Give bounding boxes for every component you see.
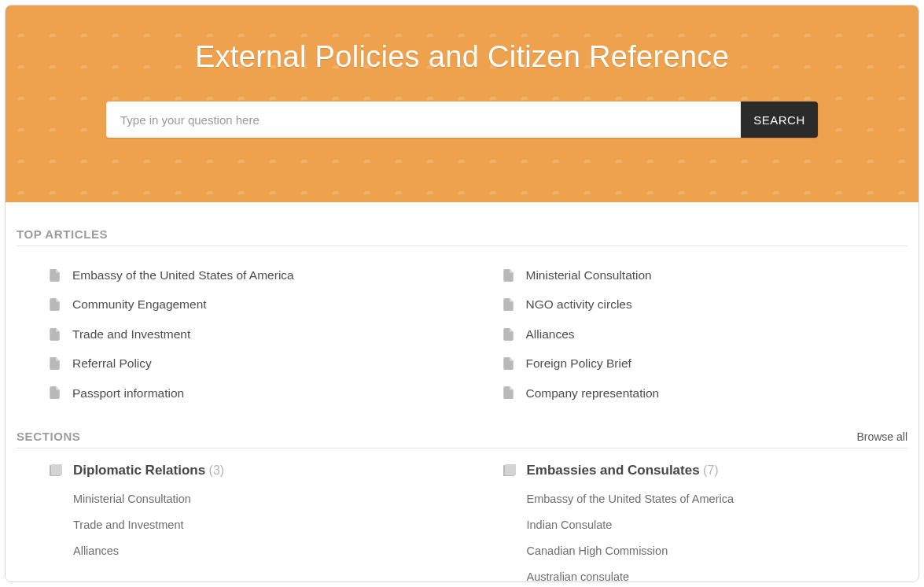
article-link[interactable]: Trade and Investment — [17, 319, 455, 349]
book-icon — [50, 464, 62, 477]
file-icon — [503, 298, 514, 311]
article-link[interactable]: Alliances — [470, 319, 908, 349]
top-articles-header: TOP ARTICLES — [17, 227, 907, 246]
sections-header: SECTIONS Browse all — [17, 430, 907, 449]
article-link[interactable]: NGO activity circles — [470, 290, 908, 319]
article-title: Alliances — [526, 323, 575, 345]
article-title: Passport information — [72, 382, 184, 404]
file-icon — [503, 328, 514, 341]
search-button[interactable]: SEARCH — [741, 102, 818, 138]
file-icon — [50, 328, 60, 341]
main-content: TOP ARTICLES Embassy of the United State… — [6, 202, 918, 582]
svg-rect-3 — [505, 464, 516, 475]
section-name: Embassies and Consulates — [527, 463, 700, 478]
section-card-header[interactable]: Diplomatic Relations (3) — [50, 463, 455, 478]
article-title: Referral Policy — [72, 352, 152, 375]
section-name: Diplomatic Relations — [73, 463, 205, 478]
article-title: Company representation — [526, 382, 660, 404]
sections-heading: SECTIONS — [17, 430, 80, 443]
top-articles-list: Embassy of the United States of America … — [17, 260, 907, 408]
top-articles-heading: TOP ARTICLES — [17, 227, 108, 241]
section-article-link[interactable]: Canadian High Commission — [503, 538, 908, 564]
article-title: Foreign Policy Brief — [526, 352, 631, 375]
section-card-header[interactable]: Embassies and Consulates (7) — [503, 463, 908, 478]
article-link[interactable]: Referral Policy — [17, 349, 455, 378]
article-title: Embassy of the United States of America — [72, 264, 294, 286]
article-link[interactable]: Embassy of the United States of America — [17, 260, 455, 290]
search-bar: SEARCH — [106, 102, 818, 138]
svg-rect-1 — [51, 464, 62, 475]
browse-all-link[interactable]: Browse all — [856, 430, 907, 443]
section-article-link[interactable]: Ministerial Consultation — [50, 486, 455, 512]
file-icon — [50, 269, 60, 282]
section-article-link[interactable]: Australian consulate — [503, 564, 908, 582]
section-article-link[interactable]: Indian Consulate — [503, 512, 908, 538]
file-icon — [503, 269, 514, 282]
article-title: NGO activity circles — [526, 293, 632, 316]
section-count: (3) — [209, 463, 225, 477]
section-article-link[interactable]: Trade and Investment — [50, 512, 455, 538]
section-article-link[interactable]: Embassy of the United States of America — [503, 486, 908, 512]
article-link[interactable]: Company representation — [470, 378, 908, 408]
page-title: External Policies and Citizen Reference — [6, 40, 918, 74]
article-title: Trade and Investment — [72, 323, 190, 345]
file-icon — [503, 357, 514, 370]
section-count: (7) — [703, 463, 719, 477]
article-link[interactable]: Passport information — [17, 378, 455, 408]
file-icon — [50, 357, 60, 370]
article-title: Ministerial Consultation — [526, 264, 652, 286]
article-link[interactable]: Foreign Policy Brief — [470, 349, 908, 378]
sections-list: Diplomatic Relations (3) Ministerial Con… — [17, 463, 907, 582]
file-icon — [50, 386, 60, 399]
app-frame: External Policies and Citizen Reference … — [5, 5, 919, 582]
file-icon — [503, 386, 514, 399]
hero-banner: External Policies and Citizen Reference … — [6, 6, 918, 202]
article-link[interactable]: Community Engagement — [17, 290, 455, 319]
section-article-link[interactable]: Alliances — [50, 538, 455, 564]
book-icon — [503, 464, 516, 477]
article-title: Community Engagement — [72, 293, 207, 316]
article-link[interactable]: Ministerial Consultation — [470, 260, 908, 290]
search-input[interactable] — [106, 102, 741, 138]
file-icon — [50, 298, 60, 311]
